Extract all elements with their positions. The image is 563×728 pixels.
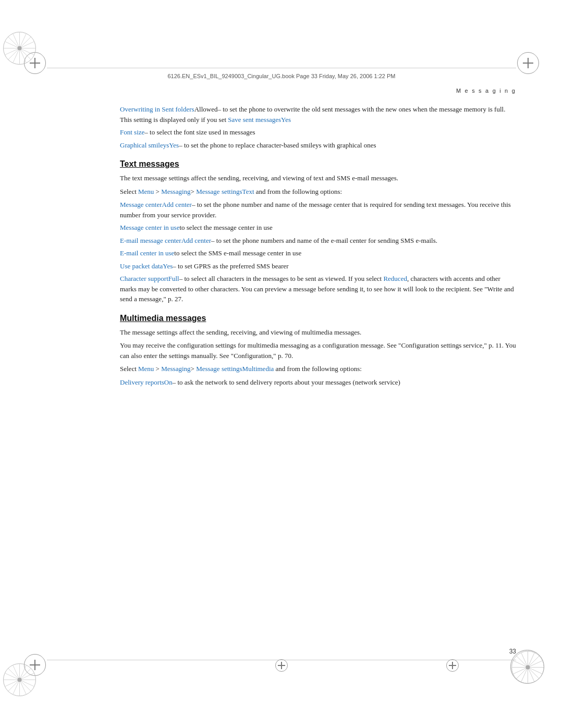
message-settings-link: Message settings xyxy=(196,188,242,195)
delivery-reports-value: On xyxy=(164,378,173,386)
text-select-line: Select Menu > Messaging> Message setting… xyxy=(120,187,516,197)
svg-point-19 xyxy=(18,46,22,51)
section-label: M e s s a g i n g xyxy=(456,88,516,94)
font-size-label: Font size xyxy=(120,128,144,136)
crosshair-bottom-right xyxy=(446,659,459,672)
mm-messaging-link: Messaging xyxy=(161,365,190,373)
delivery-reports-dash: – to ask the network to send delivery re… xyxy=(173,378,400,386)
page: 6126.EN_ESv1_BIL_9249003_Cingular_UG.boo… xyxy=(0,0,563,728)
top-rule xyxy=(47,68,516,68)
character-support-value: Full xyxy=(168,275,179,282)
use-packet-data-value: Yes xyxy=(163,262,173,270)
font-size-rest: – to select the font size used in messag… xyxy=(144,128,255,136)
save-sent-link: Save sent messages xyxy=(228,116,281,124)
delivery-reports-entry: Delivery reportsOn– to ask the network t… xyxy=(120,377,516,388)
header-file-info: 6126.EN_ESv1_BIL_9249003_Cingular_UG.boo… xyxy=(47,73,516,79)
email-message-center-label: E-mail message center xyxy=(120,237,181,244)
corner-circle-tr xyxy=(517,52,539,74)
mm-menu-link: Menu xyxy=(138,365,154,373)
mm-select-rest: and from the following options: xyxy=(274,365,362,373)
reduced-link: Reduced xyxy=(383,275,407,282)
overwriting-entry: Overwriting in Sent foldersAllowed– to s… xyxy=(120,104,516,125)
mm-select-label: Select xyxy=(120,365,138,373)
message-center-in-use-label: Message center in use xyxy=(120,224,179,231)
deco-circle-bl xyxy=(3,663,36,697)
multimedia-messages-heading: Multimedia messages xyxy=(120,314,516,323)
use-packet-data-dash: – to set GPRS as the preferred SMS beare… xyxy=(173,262,288,270)
graphical-smileys-dash: – to set the phone to replace character-… xyxy=(179,141,376,149)
arrow2: > xyxy=(191,188,197,195)
character-support-label: Character support xyxy=(120,275,168,282)
svg-point-29 xyxy=(18,678,22,682)
multimedia-intro-2: You may receive the configuration settin… xyxy=(120,340,516,361)
email-message-center-value: Add center xyxy=(181,237,211,244)
message-center-value: Add center xyxy=(162,201,192,208)
message-center-label: Message center xyxy=(120,201,162,208)
email-center-in-use-dash: to select the SMS e-mail message center … xyxy=(174,249,301,257)
deco-circle-tl xyxy=(3,31,36,65)
svg-point-9 xyxy=(526,665,530,670)
message-center-in-use-dash: to select the message center in use xyxy=(179,224,272,231)
character-support-dash: – to select all characters in the messag… xyxy=(179,275,384,282)
email-message-center-entry: E-mail message centerAdd center– to set … xyxy=(120,236,516,246)
email-center-in-use-label: E-mail center in use xyxy=(120,249,174,257)
graphical-smileys-label: Graphical smileys xyxy=(120,141,169,149)
crosshair-bottom-center xyxy=(275,659,288,672)
messaging-link: Messaging xyxy=(161,188,190,195)
graphical-smileys-value: Yes xyxy=(169,141,179,149)
use-packet-data-entry: Use packet dataYes– to set GPRS as the p… xyxy=(120,261,516,272)
message-center-in-use-entry: Message center in useto select the messa… xyxy=(120,223,516,233)
graphical-smileys-entry: Graphical smileysYes– to set the phone t… xyxy=(120,140,516,151)
delivery-reports-label: Delivery reports xyxy=(120,378,164,386)
message-center-entry: Message centerAdd center– to set the pho… xyxy=(120,200,516,220)
mm-arrow2: > xyxy=(191,365,197,373)
email-center-in-use-entry: E-mail center in useto select the SMS e-… xyxy=(120,248,516,258)
font-size-entry: Font size– to select the font size used … xyxy=(120,127,516,138)
save-sent-value: Yes xyxy=(281,116,291,124)
character-support-entry: Character supportFull– to select all cha… xyxy=(120,274,516,304)
text-messages-intro: The text message settings affect the sen… xyxy=(120,173,516,183)
multimedia-intro-1: The message settings affect the sending,… xyxy=(120,327,516,338)
text-messages-heading: Text messages xyxy=(120,159,516,169)
use-packet-data-label: Use packet data xyxy=(120,262,163,270)
menu-link: Menu xyxy=(138,188,154,195)
select-label: Select xyxy=(120,188,138,195)
arrow1: > xyxy=(154,188,161,195)
main-content: Overwriting in Sent foldersAllowed– to s… xyxy=(120,104,516,650)
email-message-center-dash: – to set the phone numbers and name of t… xyxy=(211,237,437,244)
select-rest: and from the following options: xyxy=(254,188,342,195)
multimedia-select-line: Select Menu > Messaging> Message setting… xyxy=(120,364,516,374)
mm-arrow1: > xyxy=(154,365,161,373)
mm-message-settings-link: Message settings xyxy=(196,365,242,373)
overwriting-label: Overwriting in Sent folders xyxy=(120,105,194,113)
text-link: Text xyxy=(242,188,254,195)
mm-multimedia-link: Multimedia xyxy=(242,365,274,373)
page-number: 33 xyxy=(509,648,516,655)
overwriting-value: Allowed xyxy=(194,105,218,113)
